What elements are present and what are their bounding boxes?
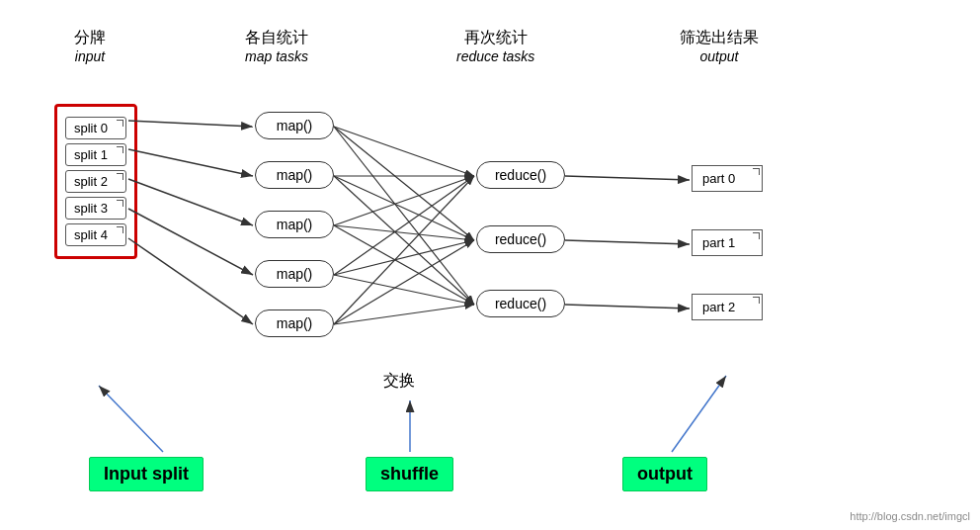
split-box-4: split 4 [65,223,126,246]
svg-line-2 [128,149,253,176]
svg-line-6 [334,127,474,176]
svg-line-10 [334,176,474,240]
split-rect-1: split 1 [65,143,126,166]
svg-line-4 [128,209,253,275]
svg-line-5 [128,238,253,324]
part-rect-0: part 0 [692,165,763,192]
col-header-map: 各自统计 map tasks [245,28,308,64]
svg-line-3 [128,179,253,225]
svg-line-17 [334,275,474,305]
map-node-0: map() [255,112,334,139]
svg-line-1 [128,121,253,127]
arrows-svg [0,0,980,530]
svg-line-18 [334,176,474,324]
split-rect-2: split 2 [65,170,126,193]
svg-line-8 [334,127,474,305]
col-chinese-output: 筛选出结果 [680,28,759,48]
annotation-shuffle-chinese: 交换 [383,371,415,392]
svg-line-23 [565,305,690,309]
svg-line-11 [334,176,474,305]
col-english-output: output [680,48,759,64]
svg-line-24 [99,386,163,452]
col-chinese-map: 各自统计 [245,28,308,48]
split-rect-3: split 3 [65,197,126,220]
svg-line-19 [334,240,474,324]
svg-line-20 [334,305,474,324]
split-box-0: split 0 [65,117,126,139]
map-node-1: map() [255,161,334,189]
label-input-split: Input split [89,457,204,491]
col-english-input: input [74,48,106,64]
map-node-4: map() [255,309,334,337]
label-shuffle: shuffle [366,457,453,491]
split-box-3: split 3 [65,197,126,220]
part-rect-1: part 1 [692,229,763,256]
col-english-reduce: reduce tasks [456,48,534,64]
svg-line-16 [334,240,474,275]
svg-line-13 [334,225,474,240]
col-english-map: map tasks [245,48,308,64]
reduce-node-1: reduce() [476,225,565,253]
col-header-input: 分牌 input [74,28,106,64]
watermark: http://blog.csdn.net/imgcl [850,510,970,522]
split-box-2: split 2 [65,170,126,193]
svg-line-21 [565,176,690,180]
split-rect-0: split 0 [65,117,126,139]
label-output: output [622,457,707,491]
svg-line-7 [334,127,474,240]
reduce-node-0: reduce() [476,161,565,189]
svg-line-14 [334,225,474,305]
svg-line-15 [334,176,474,275]
split-box-1: split 1 [65,143,126,166]
diagram-container: 分牌 input 各自统计 map tasks 再次统计 reduce task… [0,0,980,530]
svg-line-12 [334,176,474,225]
col-chinese-input: 分牌 [74,28,106,48]
svg-line-22 [565,240,690,244]
map-node-2: map() [255,211,334,238]
col-header-output: 筛选出结果 output [680,28,759,64]
col-header-reduce: 再次统计 reduce tasks [456,28,534,64]
map-node-3: map() [255,260,334,288]
splits-group: split 0 split 1 split 2 split 3 split 4 [54,104,137,259]
reduce-node-2: reduce() [476,290,565,317]
part-rect-2: part 2 [692,294,763,320]
split-rect-4: split 4 [65,223,126,246]
col-chinese-reduce: 再次统计 [456,28,534,48]
svg-line-26 [672,376,726,452]
